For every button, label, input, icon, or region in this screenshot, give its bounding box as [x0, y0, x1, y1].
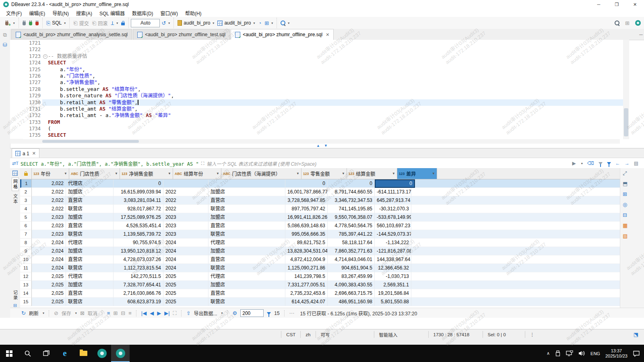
grid-cell[interactable]: 2,022	[32, 188, 66, 196]
grid-cell[interactable]: 2,022	[32, 205, 66, 213]
column-filter-icon[interactable]: ▼	[115, 172, 118, 175]
database-selector[interactable]: audit_bi_pro▾	[176, 19, 216, 27]
start-button[interactable]	[0, 345, 19, 362]
grid-cell[interactable]: 2022	[163, 205, 208, 213]
write-mode-indicator[interactable]: 可写	[316, 331, 374, 338]
grid-cell[interactable]: 2023	[163, 230, 208, 239]
commit-button[interactable]: ⎗提交	[72, 19, 90, 27]
column-filter-icon[interactable]: ▼	[64, 172, 67, 175]
transaction-lock-button[interactable]	[120, 20, 126, 26]
grid-cell[interactable]: 7,328,707,654.41	[114, 281, 163, 289]
taskbar-search-button[interactable]	[19, 345, 37, 362]
grid-cell[interactable]: 12,366,456.32	[375, 264, 411, 272]
grid-cell[interactable]: 1,112,723,815.54	[114, 264, 163, 272]
disconnect-button[interactable]	[34, 20, 40, 26]
collapse-down-icon[interactable]: ▼	[324, 144, 328, 148]
taskbar-clock[interactable]: 13:37 2025/10/23	[605, 348, 627, 359]
grid-cell[interactable]: 联营店	[66, 264, 114, 272]
grid-cell[interactable]: 486,951,160.98	[328, 298, 375, 306]
grid-cell[interactable]: -614,111,173.17	[375, 188, 411, 196]
grid-cell[interactable]: 141,239,798.5	[285, 272, 328, 281]
database-navigator-icon[interactable]: ⛁	[3, 42, 7, 47]
grid-cell[interactable]: 直营店	[208, 255, 285, 264]
grid-cell[interactable]: 4,714,843,046.01	[328, 255, 375, 264]
grid-cell[interactable]: 16,001,787,866.77	[285, 188, 328, 196]
grid-cell[interactable]: 144,338,967.64	[375, 255, 411, 264]
grid-cell[interactable]: 2025	[163, 272, 208, 281]
menu-item[interactable]: 数据库(D)	[128, 9, 157, 17]
grid-corner-cell[interactable]	[20, 168, 32, 179]
dbeaver-active-taskbar-button[interactable]	[111, 345, 130, 362]
last-row-icon[interactable]: ▶|	[164, 311, 169, 316]
next-row-icon[interactable]: ▶	[157, 311, 161, 316]
column-header-abc[interactable]: ABC结算年份▼	[173, 168, 221, 179]
grid-cell[interactable]: 560,103,697.23	[375, 222, 411, 230]
grid-cell[interactable]: 7,860,352,771.63	[328, 247, 375, 255]
network-display-icon[interactable]	[566, 350, 573, 356]
panels-icon[interactable]: ⬒	[623, 181, 627, 186]
dbeaver-community-icon[interactable]	[635, 20, 641, 26]
grid-cell[interactable]: 代理店	[208, 272, 285, 281]
grid-cell[interactable]: 2024	[163, 264, 208, 272]
grid-cell[interactable]: 17,525,089,976.25	[114, 213, 163, 222]
collapse-up-icon[interactable]: ▲	[316, 144, 320, 148]
grid-cell[interactable]: 3,346,732,347.53	[328, 196, 375, 205]
splitter-sash[interactable]: ▲▼	[310, 144, 334, 148]
grid-cell[interactable]	[163, 179, 208, 188]
grid-cell[interactable]: 直营店	[208, 289, 285, 298]
calc-panel-icon[interactable]: ▦	[623, 223, 627, 228]
row-number-cell[interactable]: 15	[20, 298, 32, 306]
maximize-button[interactable]: ❒	[608, 0, 626, 9]
grid-cell[interactable]: 直营店	[66, 289, 114, 298]
grid-cell[interactable]: 5,801,550.88	[375, 298, 411, 306]
grid-cell[interactable]: -1,030,713	[375, 272, 411, 281]
statusbar-overflow-icon[interactable]: ⋮	[525, 331, 540, 338]
minimize-view-icon[interactable]: ─	[639, 32, 643, 37]
grid-cell[interactable]: 4,872,412,004.9	[285, 255, 328, 264]
edit-row-icon[interactable]: ≡	[128, 311, 132, 316]
grid-cell[interactable]: 直营店	[208, 196, 285, 205]
hscroll-thumb[interactable]	[42, 140, 139, 143]
grid-cell[interactable]: 联营店	[208, 205, 285, 213]
dashboard-button[interactable]: ◔	[256, 20, 263, 27]
quick-search-icon[interactable]	[615, 21, 619, 25]
grid-cell[interactable]: 1,125,090,271.86	[285, 264, 328, 272]
grid-cell[interactable]: 直营店	[66, 222, 114, 230]
grid-cell[interactable]: 2,025	[32, 281, 66, 289]
grid-cell[interactable]: 代理店	[208, 239, 285, 247]
grid-cell[interactable]: 代理店	[66, 239, 114, 247]
row-number-cell[interactable]: 11	[20, 264, 32, 272]
transaction-log-button[interactable]: ↺▾	[160, 20, 171, 27]
row-number-cell[interactable]: 9	[20, 247, 32, 255]
close-icon[interactable]: ✕	[326, 32, 329, 37]
grid-cell[interactable]: 2,023	[32, 213, 66, 222]
first-row-icon[interactable]: |◀	[141, 311, 147, 316]
caret-position[interactable]: 1730 : 28 : 57418	[428, 331, 483, 338]
column-filter-icon[interactable]: ▼	[392, 172, 395, 175]
grid-cell[interactable]: 608,623,873.19	[114, 298, 163, 306]
connect-button[interactable]	[21, 20, 27, 26]
grid-cell[interactable]: 2023	[163, 222, 208, 230]
row-number-cell[interactable]: 5	[20, 213, 32, 222]
grid-cell[interactable]: 2,696,663,715.75	[328, 289, 375, 298]
grid-cell[interactable]: 联营店	[208, 298, 285, 306]
column-filter-icon[interactable]: ▼	[342, 172, 345, 175]
filters-icon[interactable]	[607, 160, 611, 166]
grid-cell[interactable]: 2,022	[32, 196, 66, 205]
commit-mode-combo[interactable]: Auto	[131, 19, 160, 27]
grid-cell[interactable]: 2025	[163, 281, 208, 289]
grid-cell[interactable]: 2,025	[32, 289, 66, 298]
grid-cell[interactable]: 加盟店	[208, 281, 285, 289]
grid-cell[interactable]: 2,025	[32, 298, 66, 306]
apply-filter-icon[interactable]: ▶	[572, 160, 576, 166]
grid-cell[interactable]: 2,023	[32, 230, 66, 239]
sql-editor-button[interactable]: ⎘SQL▾	[45, 19, 67, 27]
side-tab-text[interactable]: 文本	[12, 193, 19, 206]
grid-cell[interactable]: 联营店	[208, 230, 285, 239]
grid-cell[interactable]: -1,134,222	[375, 239, 411, 247]
grid-cell[interactable]: 2022	[163, 188, 208, 196]
grid-cell[interactable]: -121,816,287.08	[375, 247, 411, 255]
grid-cell[interactable]: 19,201,586.84	[375, 289, 411, 298]
grid-cell[interactable]: 加盟店	[66, 247, 114, 255]
menu-item[interactable]: SQL 编辑器	[96, 9, 128, 17]
